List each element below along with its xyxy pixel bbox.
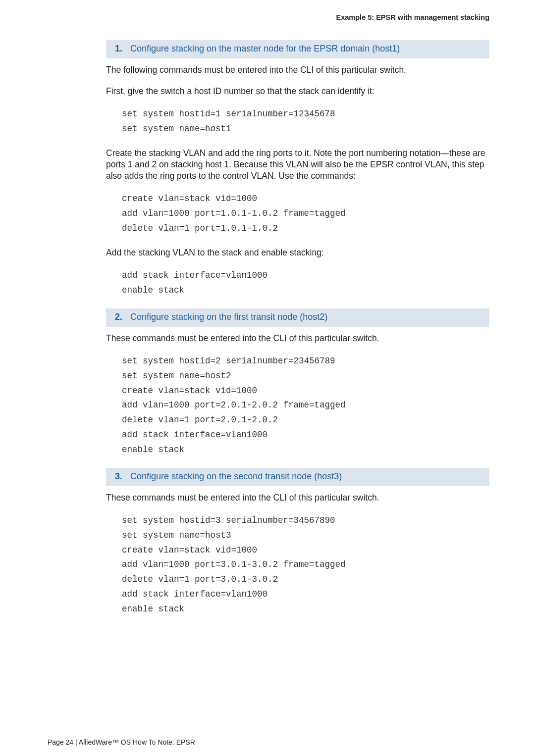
content-area: 1.Configure stacking on the master node … [48,40,489,616]
paragraph: The following commands must be entered i… [106,64,489,76]
code-block: set system hostid=1 serialnumber=1234567… [122,107,489,137]
step-heading-1: 1.Configure stacking on the master node … [106,40,489,58]
code-line: enable stack [122,443,489,457]
step-number: 1. [115,44,122,53]
code-line: set system hostid=1 serialnumber=1234567… [122,107,489,122]
code-line: add stack interface=vlan1000 [122,587,489,602]
step-title: Configure stacking on the master node fo… [130,44,400,53]
page: Example 5: EPSR with management stacking… [0,0,535,756]
code-block: add stack interface=vlan1000 enable stac… [122,268,489,298]
code-line: delete vlan=1 port=2.0.1-2.0.2 [122,413,489,428]
code-line: add vlan=1000 port=1.0.1-1.0.2 frame=tag… [122,206,489,221]
code-line: create vlan=stack vid=1000 [122,192,489,206]
code-line: set system hostid=2 serialnumber=2345678… [122,354,489,369]
step-number: 2. [115,312,122,322]
code-line: delete vlan=1 port=1.0.1-1.0.2 [122,221,489,236]
paragraph: These commands must be entered into the … [106,492,489,504]
running-head: Example 5: EPSR with management stacking [48,13,489,21]
footer-rule [48,732,489,732]
paragraph: These commands must be entered into the … [106,333,489,344]
code-block: set system hostid=3 serialnumber=3456789… [122,513,489,616]
code-line: add stack interface=vlan1000 [122,428,489,443]
page-footer: Page 24 | AlliedWare™ OS How To Note: EP… [48,738,195,746]
code-line: create vlan=stack vid=1000 [122,543,489,558]
step-heading-3: 3.Configure stacking on the second trans… [106,468,489,486]
code-line: enable stack [122,602,489,617]
code-line: set system hostid=3 serialnumber=3456789… [122,513,489,528]
code-line: set system name=host3 [122,528,489,543]
code-block: create vlan=stack vid=1000 add vlan=1000… [122,192,489,236]
step-title: Configure stacking on the second transit… [130,471,342,481]
step-heading-2: 2.Configure stacking on the first transi… [106,308,489,327]
code-line: add vlan=1000 port=3.0.1-3.0.2 frame=tag… [122,557,489,572]
code-line: add stack interface=vlan1000 [122,268,489,283]
paragraph: Create the stacking VLAN and add the rin… [106,148,489,182]
code-block: set system hostid=2 serialnumber=2345678… [122,354,489,457]
code-line: set system name=host2 [122,369,489,384]
paragraph: First, give the switch a host ID number … [106,86,489,97]
code-line: delete vlan=1 port=3.0.1-3.0.2 [122,572,489,587]
step-number: 3. [115,471,122,481]
code-line: add vlan=1000 port=2.0.1-2.0.2 frame=tag… [122,398,489,413]
code-line: set system name=host1 [122,122,489,137]
code-line: enable stack [122,283,489,298]
step-title: Configure stacking on the first transit … [130,312,327,322]
code-line: create vlan=stack vid=1000 [122,384,489,399]
paragraph: Add the stacking VLAN to the stack and e… [106,247,489,258]
